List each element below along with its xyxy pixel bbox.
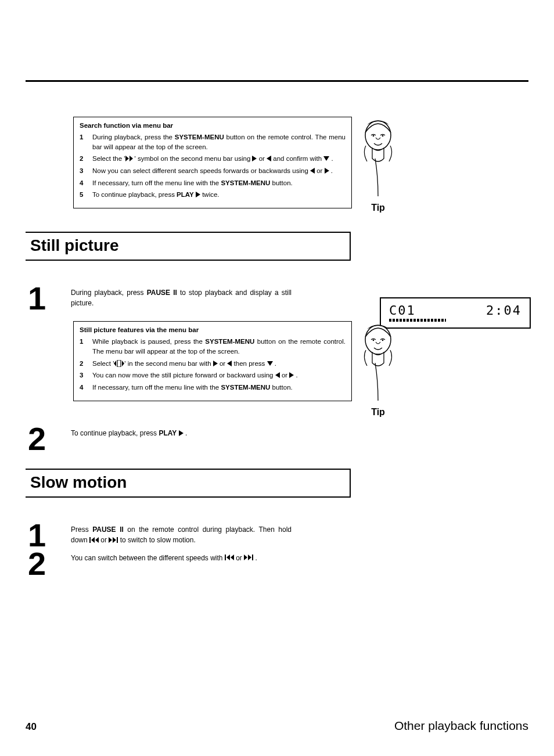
svg-marker-15 — [227, 361, 232, 366]
svg-marker-5 — [310, 168, 315, 174]
tip-item-text: To continue playback, press PLAY twice. — [92, 190, 346, 200]
svg-point-20 — [373, 340, 375, 341]
svg-marker-13 — [122, 361, 124, 366]
svg-marker-27 — [113, 537, 116, 543]
tip-item-number: 4 — [80, 383, 92, 393]
heading-still-picture: Still picture — [26, 232, 351, 261]
tip-item: 3You can now move the still picture forw… — [80, 370, 346, 380]
step-text: Press PAUSE II on the remote control dur… — [71, 521, 292, 550]
svg-marker-14 — [213, 361, 218, 366]
heading-slow-motion: Slow motion — [26, 469, 351, 498]
svg-point-21 — [382, 340, 384, 341]
svg-marker-22 — [179, 430, 184, 436]
tip-item-number: 2 — [80, 154, 92, 164]
step-number-1: 1 — [26, 284, 71, 313]
tip-box-still: Still picture features via the menu bar … — [73, 321, 352, 401]
svg-marker-6 — [325, 168, 329, 174]
svg-rect-29 — [225, 555, 226, 560]
tip-face-illustration: Tip — [358, 322, 398, 417]
tip-face-illustration: Tip — [358, 118, 398, 213]
svg-marker-7 — [196, 192, 200, 197]
svg-marker-18 — [289, 372, 294, 378]
display-progress-bar — [389, 319, 446, 322]
svg-marker-33 — [248, 555, 251, 560]
svg-rect-28 — [117, 537, 118, 543]
tip-item: 2Select '' in the second menu bar with o… — [80, 359, 346, 369]
svg-marker-4 — [323, 156, 329, 161]
top-rule — [26, 80, 528, 82]
svg-point-10 — [382, 135, 384, 137]
svg-marker-0 — [125, 156, 129, 161]
step-text: To continue playback, press PLAY . — [71, 424, 292, 453]
tip-item-text: Select '' in the second menu bar with or… — [92, 359, 346, 369]
display-time: 2:04 — [486, 303, 521, 318]
svg-rect-34 — [252, 555, 253, 560]
tip-list-2: 1While playback is paused, press the SYS… — [80, 337, 346, 392]
tip-item-text: Now you can select different search spee… — [92, 166, 346, 176]
tip-item: 4If necessary, turn off the menu line wi… — [80, 178, 346, 188]
svg-marker-2 — [252, 156, 257, 161]
svg-marker-11 — [114, 361, 116, 366]
tip-item-text: Select the '' symbol on the second menu … — [92, 154, 346, 164]
tip-box-search: Search function via menu bar 1During pla… — [73, 117, 352, 208]
svg-marker-25 — [95, 537, 99, 543]
lcd-display: C01 2:04 — [380, 297, 531, 329]
tip-item-number: 3 — [80, 166, 92, 176]
svg-marker-24 — [91, 537, 95, 543]
tip-title: Still picture features via the menu bar — [80, 326, 346, 333]
tip-item: 1During playback, press the SYSTEM-MENU … — [80, 132, 346, 152]
tip-item-number: 3 — [80, 370, 92, 380]
tip-list-1: 1During playback, press the SYSTEM-MENU … — [80, 132, 346, 200]
page-number: 40 — [26, 721, 37, 733]
tip-item-number: 4 — [80, 178, 92, 188]
tip-item-number: 1 — [80, 337, 92, 356]
tip-item-text: While playback is paused, press the SYST… — [92, 337, 346, 356]
step-number-2: 2 — [26, 549, 71, 578]
svg-marker-30 — [226, 555, 230, 560]
svg-marker-16 — [267, 361, 273, 366]
tip-item: 2Select the '' symbol on the second menu… — [80, 154, 346, 164]
tip-item-number: 1 — [80, 132, 92, 152]
svg-marker-26 — [109, 537, 112, 543]
svg-marker-3 — [267, 156, 271, 161]
tip-item-number: 2 — [80, 359, 92, 369]
tip-item-text: If necessary, turn off the menu line wit… — [92, 178, 346, 188]
display-track: C01 — [389, 303, 416, 318]
step-number-2: 2 — [26, 424, 71, 453]
svg-marker-32 — [244, 555, 247, 560]
tip-label: Tip — [358, 407, 398, 417]
tip-item: 1While playback is paused, press the SYS… — [80, 337, 346, 356]
svg-rect-23 — [89, 537, 91, 543]
tip-item: 4If necessary, turn off the menu line wi… — [80, 383, 346, 393]
tip-item-text: You can now move the still picture forwa… — [92, 370, 346, 380]
tip-title: Search function via menu bar — [80, 122, 346, 129]
footer-title: Other playback functions — [394, 719, 528, 733]
svg-point-9 — [373, 135, 375, 137]
svg-marker-17 — [275, 372, 280, 378]
tip-item-text: During playback, press the SYSTEM-MENU b… — [92, 132, 346, 152]
tip-item-number: 5 — [80, 190, 92, 200]
step-text: During playback, press PAUSE II to stop … — [71, 284, 292, 313]
tip-item: 5To continue playback, press PLAY twice. — [80, 190, 346, 200]
step-text: You can switch between the different spe… — [71, 549, 292, 578]
tip-label: Tip — [358, 203, 398, 213]
svg-marker-1 — [129, 156, 133, 161]
svg-marker-31 — [231, 555, 234, 560]
tip-item: 3Now you can select different search spe… — [80, 166, 346, 176]
tip-item-text: If necessary, turn off the menu line wit… — [92, 383, 346, 393]
svg-rect-12 — [117, 360, 121, 367]
